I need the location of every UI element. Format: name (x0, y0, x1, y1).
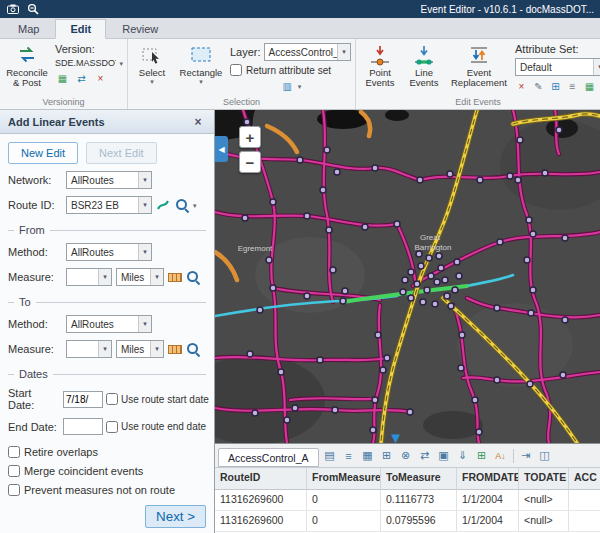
new-edit-button[interactable]: New Edit (8, 142, 78, 164)
chevron-down-icon: ▾ (138, 172, 151, 188)
related-tables-icon[interactable]: ▤ (322, 448, 338, 464)
column-header-todate[interactable]: TODATE (519, 468, 569, 490)
event-replacement-button[interactable]: Event Replacement (448, 41, 510, 91)
use-route-end-date-checkbox[interactable] (106, 421, 118, 433)
new-table-icon[interactable]: ⊞ (474, 448, 490, 464)
tab-map[interactable]: Map (4, 20, 53, 38)
table-tab-accesscontrol[interactable]: AccessControl_A (218, 448, 319, 467)
column-header-frommeasure[interactable]: FromMeasure (307, 468, 381, 490)
select-by-attributes-icon[interactable]: ▥ (280, 79, 295, 94)
next-button[interactable]: Next > (145, 505, 206, 528)
use-route-start-date-checkbox[interactable] (106, 393, 118, 405)
from-legend: From (19, 224, 45, 236)
reconcile-post-button[interactable]: Reconcile & Post (4, 41, 50, 91)
locate-measure-icon[interactable]: ⇥ (518, 448, 534, 464)
start-date-input[interactable] (63, 391, 103, 408)
ribbon: Reconcile & Post Version: SDE.MASSDOT_ed… (0, 39, 600, 110)
clear-selection-icon[interactable]: ⊗ (398, 448, 414, 464)
layer-label: Layer: (230, 46, 261, 58)
column-header-tomeasure[interactable]: ToMeasure (381, 468, 457, 490)
network-label: Network: (8, 174, 62, 186)
column-header-routeid[interactable]: RouteID (215, 468, 307, 490)
column-header-fromdate[interactable]: FROMDATE (457, 468, 519, 490)
zoom-out-tool-icon[interactable] (26, 3, 40, 16)
table-row[interactable]: 11316269600 0 0.0795596 1/1/2004 <null> (215, 511, 600, 532)
close-panel-icon[interactable]: × (190, 115, 206, 129)
switch-version-icon[interactable]: ⇄ (74, 71, 89, 86)
network-value: AllRoutes (67, 175, 138, 186)
from-measure-input[interactable]: ▾ (66, 268, 112, 286)
select-tool-label: Select (139, 68, 165, 78)
next-edit-button[interactable]: Next Edit (86, 142, 157, 164)
version-selector[interactable]: SDE.MASSDOT_editor1 ▾ (55, 58, 123, 68)
chevron-down-icon: ▾ (199, 78, 203, 85)
delete-version-icon[interactable]: × (93, 71, 108, 86)
post-version-icon[interactable]: ▦ (55, 71, 70, 86)
chevron-down-icon: ▾ (150, 269, 163, 285)
table-row[interactable]: 11316269600 0 0.1116773 1/1/2004 <null> (215, 490, 600, 511)
line-events-button[interactable]: Line Events (405, 41, 443, 91)
select-all-icon[interactable]: ▣ (436, 448, 452, 464)
zoom-to-selected-icon[interactable]: ⊞ (379, 448, 395, 464)
return-attribute-set-checkbox[interactable] (230, 64, 242, 76)
select-tool-button[interactable]: Select ▾ (132, 41, 172, 87)
delete-event-icon[interactable]: × (515, 79, 528, 94)
zoom-to-from-measure-icon[interactable] (186, 270, 200, 284)
rectangle-tool-icon (189, 43, 213, 67)
event-table-icon[interactable]: ▦ (583, 79, 596, 94)
event-editor-window: Event Editor - v10.6.1 - docMassDOT... M… (0, 0, 600, 533)
show-all-records-icon[interactable]: ≡ (341, 448, 357, 464)
to-method-select[interactable]: AllRoutes ▾ (66, 315, 152, 333)
export-records-icon[interactable]: ⇓ (455, 448, 471, 464)
chevron-down-icon: ▾ (337, 44, 350, 60)
network-select[interactable]: AllRoutes ▾ (66, 171, 152, 189)
map-label-egremont: Egremont (238, 244, 273, 253)
switch-selection-icon[interactable]: ⇄ (417, 448, 433, 464)
measure-picker-icon[interactable] (168, 345, 182, 354)
dates-legend: Dates (19, 368, 48, 380)
route-picker-icon[interactable] (156, 198, 171, 212)
column-header-acc[interactable]: ACC (569, 468, 600, 490)
line-events-icon (412, 43, 436, 67)
use-route-end-date-label: Use route end date (121, 421, 206, 432)
to-measure-label: Measure: (8, 343, 62, 355)
to-measure-input[interactable]: ▾ (66, 340, 112, 358)
measure-picker-icon[interactable] (168, 273, 182, 282)
rectangle-tool-button[interactable]: Rectangle ▾ (177, 41, 225, 87)
show-selected-records-icon[interactable]: ▦ (360, 448, 376, 464)
collapse-panel-button[interactable]: ◀ (215, 136, 228, 162)
collapse-table-panel-button[interactable]: ▼ (388, 430, 403, 443)
copy-event-icon[interactable]: ⊞ (549, 79, 562, 94)
return-attribute-set-label: Return attribute set (246, 65, 331, 76)
to-unit-select[interactable]: Miles ▾ (116, 340, 164, 358)
end-date-label: End Date: (8, 421, 60, 433)
table-cell: 1/1/2004 (457, 490, 519, 510)
from-unit-select[interactable]: Miles ▾ (116, 268, 164, 286)
reconcile-post-label: Reconcile & Post (5, 68, 49, 89)
layer-select[interactable]: AccessControl_A ▾ (264, 43, 351, 61)
attribute-set-select[interactable]: Default ▾ (515, 58, 600, 76)
retire-overlaps-checkbox[interactable] (8, 446, 20, 458)
point-events-button[interactable]: Point Events (360, 41, 400, 91)
route-id-select[interactable]: BSR23 EB ▾ (66, 196, 152, 214)
from-section-header: From (8, 224, 206, 236)
table-cell (569, 511, 600, 531)
to-method-value: AllRoutes (67, 319, 138, 330)
zoom-to-to-measure-icon[interactable] (186, 342, 200, 356)
merge-coincident-events-checkbox[interactable] (8, 465, 20, 477)
from-method-select[interactable]: AllRoutes ▾ (66, 243, 152, 261)
end-date-input[interactable] (63, 418, 103, 435)
map-canvas[interactable]: Egremont Great Barrington ◀ + − ▼ (215, 110, 600, 443)
tab-edit[interactable]: Edit (55, 19, 106, 39)
attribute-list-icon[interactable]: ≡ (566, 79, 579, 94)
tab-review[interactable]: Review (108, 20, 172, 38)
app-title: Event Editor - v10.6.1 - docMassDOT... (421, 4, 594, 15)
edit-attributes-icon[interactable]: ✎ (532, 79, 545, 94)
camera-icon[interactable] (6, 3, 20, 16)
sort-icon[interactable]: A↓ (493, 448, 509, 464)
dock-window-icon[interactable]: ◫ (537, 448, 553, 464)
zoom-to-route-icon[interactable] (175, 198, 189, 212)
zoom-out-button[interactable]: − (239, 151, 261, 173)
prevent-measures-checkbox[interactable] (8, 484, 20, 496)
zoom-in-button[interactable]: + (239, 126, 261, 148)
